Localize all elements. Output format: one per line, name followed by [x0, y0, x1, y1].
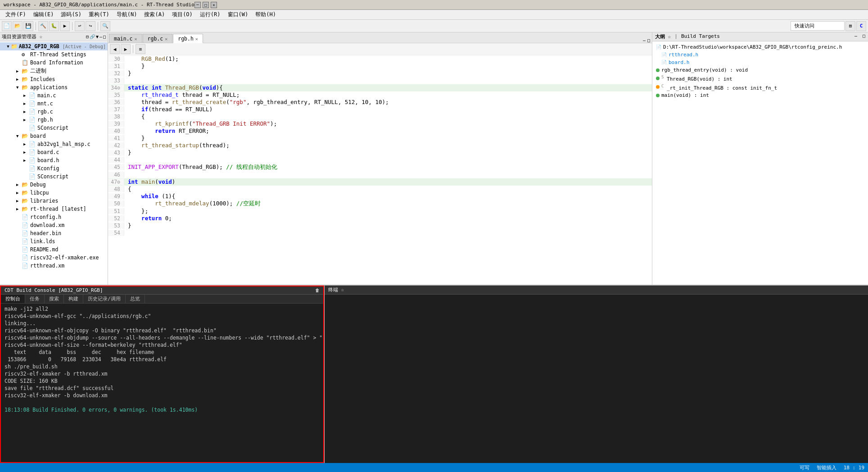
menu-nav[interactable]: 导航(N): [113, 10, 141, 19]
tree-item-rtthread[interactable]: ▶ 📂 rt-thread [latest]: [0, 205, 108, 213]
menu-search[interactable]: 搜索(A): [140, 10, 168, 19]
redo-button[interactable]: ↪: [86, 21, 95, 31]
tree-item-rgbh[interactable]: ▶ 📄 rgb.h: [0, 116, 108, 124]
tab-mainc[interactable]: main.c ✕: [109, 34, 142, 43]
tree-item-boardinfo[interactable]: 📋 Board Information: [0, 59, 108, 67]
menu-edit[interactable]: 编辑(E): [30, 10, 58, 19]
tree-item-downloadxm[interactable]: 📄 download.xm: [0, 221, 108, 229]
tree-item-rgbc[interactable]: ▶ 📄 rgb.c: [0, 108, 108, 116]
debug-button[interactable]: 🐛: [49, 21, 59, 31]
code-line-40: 40 return RT_ERROR;: [108, 127, 652, 135]
console-tab-tasks[interactable]: 任务: [25, 295, 45, 303]
tree-item-mainc[interactable]: ▶ 📄 main.c: [0, 91, 108, 100]
tree-item-mntc[interactable]: ▶ 📄 mnt.c: [0, 100, 108, 108]
tab-rgbh[interactable]: rgb.h ✕: [173, 34, 203, 43]
perspective-button[interactable]: ⊞: [845, 21, 855, 31]
console-line-3: linking...: [5, 320, 320, 327]
tree-item-sconscript2[interactable]: 📄 SConscript: [0, 172, 108, 181]
close-button[interactable]: ✕: [211, 2, 217, 8]
link-editor-icon[interactable]: 🔗: [90, 34, 95, 39]
console-tab-build[interactable]: 构建: [64, 295, 83, 303]
tree-item-boardh[interactable]: ▶ 📄 board.h: [0, 156, 108, 164]
search-toolbar-button[interactable]: 🔍: [100, 21, 110, 31]
minimize-button[interactable]: ─: [194, 2, 201, 8]
format-button[interactable]: ≡: [136, 44, 145, 54]
tree-item-includes[interactable]: ▶ 📂 Includes: [0, 75, 108, 83]
menu-file[interactable]: 文件(F): [2, 10, 30, 19]
save-button[interactable]: 💾: [23, 21, 33, 31]
maximize-button[interactable]: □: [203, 2, 209, 8]
outline-item-preinc[interactable]: 📄 D:\RT-ThreadStudio\workspace\AB32_GPIO…: [654, 43, 866, 51]
tree-item-boardc[interactable]: ▶ 📄 board.c: [0, 148, 108, 156]
editor-minimize-icon[interactable]: —: [643, 38, 646, 43]
console-line-5: riscv64-unknown-elf-objdump --source --a…: [5, 334, 320, 341]
tab-close-rgbc[interactable]: ✕: [165, 36, 167, 41]
next-edit-button[interactable]: ▶: [121, 44, 131, 54]
terminal-content[interactable]: [325, 295, 868, 463]
new-button[interactable]: 📄: [2, 21, 12, 31]
console-tab-overview[interactable]: 总览: [126, 295, 145, 303]
edit-sep: [133, 45, 133, 53]
tree-item-rttreadxm[interactable]: 📄 rtthread.xm: [0, 262, 108, 270]
tab-close-mainc[interactable]: ✕: [135, 36, 137, 41]
tree-item-rtsettings[interactable]: ⚙ RT-Thread Settings: [0, 50, 108, 59]
console-tabs: 控制台 任务 搜索 构建 历史记录/调用 总览: [1, 295, 323, 304]
outline-item-main[interactable]: main(void) : int: [654, 91, 866, 99]
prev-edit-button[interactable]: ◀: [110, 44, 120, 54]
tree-item-ab32vg1[interactable]: ▶ 📄 ab32vg1_hal_msp.c: [0, 140, 108, 148]
code-line-51: 51 };: [108, 208, 652, 215]
menu-refactor[interactable]: 重构(T): [85, 10, 113, 19]
menu-project[interactable]: 项目(O): [168, 10, 196, 19]
build-targets-tab[interactable]: Build Targets: [681, 33, 720, 40]
tree-item-riscv32[interactable]: 📄 riscv32-elf-xmaker.exe: [0, 254, 108, 262]
build-button[interactable]: 🔨: [38, 21, 48, 31]
tree-item-linklds[interactable]: 📄 link.lds: [0, 237, 108, 245]
outline-item-thread-rgb[interactable]: S Thread_RGB(void) : int: [654, 74, 866, 83]
tree-item-debug[interactable]: ▶ 📂 Debug: [0, 181, 108, 189]
tree-item-board[interactable]: ▼ 📂 board: [0, 132, 108, 140]
console-clear-icon[interactable]: 🗑: [315, 288, 320, 293]
outline-maximize-icon[interactable]: □: [863, 33, 865, 40]
panel-menu-icon[interactable]: ▼: [96, 34, 99, 39]
file-tree: ▼ 📁 AB32_GPIO_RGB [Active - Debug] ⚙ RT-…: [0, 41, 108, 285]
outline-item-rgb-thread-entry[interactable]: rgb_thread_entry(void) : void: [654, 66, 866, 74]
console-output[interactable]: make -j12 all2 riscv64-unknown-elf-gcc "…: [1, 304, 323, 462]
tree-item-rtconfigh[interactable]: 📄 rtconfig.h: [0, 213, 108, 221]
menu-source[interactable]: 源码(S): [57, 10, 85, 19]
outline-item-rt-init[interactable]: C _rt_init_Thread_RGB : const init_fn_t: [654, 83, 866, 92]
code-editor[interactable]: 30 RGB_Red(1); 31 } 32 } 33: [108, 55, 652, 285]
minimize-panel-icon[interactable]: —: [99, 34, 102, 39]
menu-help[interactable]: 帮助(H): [252, 10, 280, 19]
quick-access-input[interactable]: 快速访问: [791, 21, 845, 31]
console-tab-history[interactable]: 历史记录/调用: [83, 295, 126, 303]
undo-button[interactable]: ↩: [75, 21, 85, 31]
tab-rgbc[interactable]: rgb.c ✕: [143, 34, 173, 43]
collapse-all-icon[interactable]: ⊟: [86, 34, 89, 39]
outline-item-boardh-outline[interactable]: 📄 board.h: [654, 59, 866, 66]
console-line-14: [5, 399, 320, 406]
code-line-50: 50 rt_thread_mdelay(1000); //空延时: [108, 200, 652, 208]
console-line-success: 18:13:08 Build Finished. 0 errors, 0 war…: [5, 406, 320, 413]
open-button[interactable]: 📂: [13, 21, 23, 31]
tree-item-sconscript1[interactable]: 📄 SConscript: [0, 124, 108, 132]
editor-maximize-icon[interactable]: □: [647, 38, 650, 43]
tree-item-applications[interactable]: ▼ 📂 applications: [0, 83, 108, 91]
console-tab-console[interactable]: 控制台: [1, 295, 25, 303]
console-tab-search[interactable]: 搜索: [45, 295, 64, 303]
tab-close-rgbh[interactable]: ✕: [195, 36, 198, 41]
menu-run[interactable]: 运行(R): [196, 10, 224, 19]
tree-item-readmemd[interactable]: 📄 README.md: [0, 245, 108, 254]
maximize-panel-icon[interactable]: □: [103, 34, 106, 39]
outline-item-rtthreadh[interactable]: 📄 rtthread.h: [654, 51, 866, 59]
tree-item-binary[interactable]: ▶ 📂 二进制: [0, 67, 108, 75]
tree-item-headerbin[interactable]: 📄 header.bin: [0, 229, 108, 237]
tree-item-libraries[interactable]: ▶ 📂 libraries: [0, 197, 108, 205]
run-button[interactable]: ▶: [60, 21, 70, 31]
menu-window[interactable]: 窗口(W): [224, 10, 252, 19]
outline-tab[interactable]: 大纲 ☆: [655, 33, 671, 40]
tree-item-ab32[interactable]: ▼ 📁 AB32_GPIO_RGB [Active - Debug]: [0, 42, 108, 50]
cbutton[interactable]: C: [856, 21, 866, 31]
tree-item-libcpu[interactable]: ▶ 📂 libcpu: [0, 189, 108, 197]
outline-minimize-icon[interactable]: —: [854, 33, 857, 40]
tree-item-kconfig[interactable]: 📄 Kconfig: [0, 164, 108, 172]
